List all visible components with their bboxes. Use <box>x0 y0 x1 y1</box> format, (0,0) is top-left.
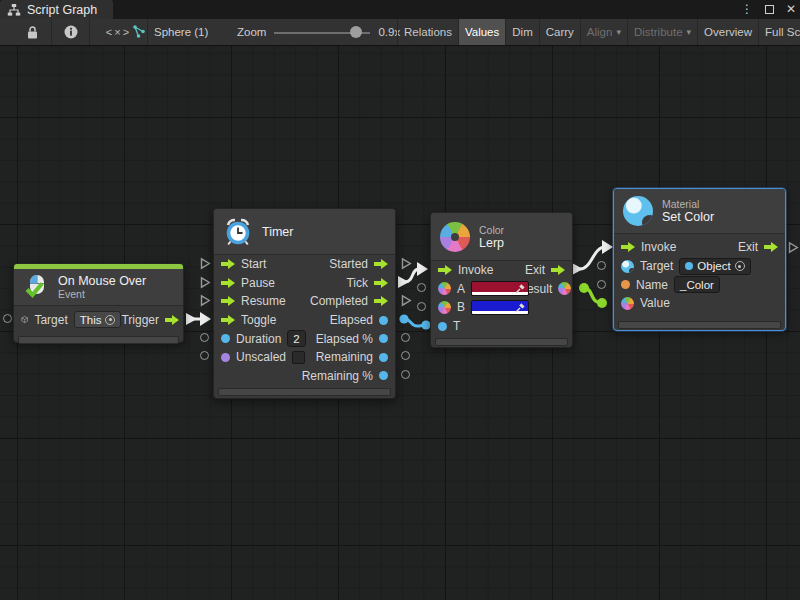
close-icon[interactable]: ✕ <box>786 0 796 19</box>
port-triangle[interactable] <box>401 294 412 307</box>
timer-row: Remaining % <box>214 367 395 386</box>
color-in-port[interactable] <box>621 297 634 310</box>
port-circle[interactable] <box>200 351 209 360</box>
carry-button[interactable]: Carry <box>540 19 581 45</box>
button-label: Relations <box>404 26 452 38</box>
unscaled-checkbox[interactable] <box>292 351 305 364</box>
node-on-mouse-over[interactable]: On Mouse Over Event Target This Trigge <box>13 263 184 343</box>
port-label: Target <box>640 259 673 273</box>
flow-in-port[interactable] <box>221 278 235 288</box>
port-circle[interactable] <box>401 370 410 379</box>
flow-in-port[interactable] <box>438 265 452 275</box>
tab-script-graph[interactable]: Script Graph <box>0 0 113 19</box>
node-header[interactable]: Material Set Color <box>614 189 785 234</box>
float-out-port[interactable] <box>379 353 388 362</box>
button-label: Carry <box>546 26 574 38</box>
port-circle[interactable] <box>597 280 606 289</box>
node-timer[interactable]: Timer Start Started Pause Tick <box>213 208 396 399</box>
flow-out-port[interactable] <box>374 259 388 269</box>
string-in-port[interactable] <box>621 280 630 289</box>
field-value: This <box>80 314 102 326</box>
float-out-port[interactable] <box>379 371 388 380</box>
flow-in-port[interactable] <box>221 259 235 269</box>
port-circle[interactable] <box>417 283 426 292</box>
code-icon: <×> <box>106 26 131 38</box>
color-wheel-icon <box>440 222 470 252</box>
eyedropper-icon[interactable] <box>513 282 527 294</box>
object-picker-icon[interactable] <box>105 315 115 325</box>
port-triangle[interactable] <box>200 257 211 270</box>
node-header[interactable]: Color Lerp <box>431 213 572 261</box>
flow-out-port[interactable] <box>374 296 388 306</box>
port-label: Target <box>34 313 67 327</box>
flow-out-port[interactable] <box>764 242 778 252</box>
float-in-port[interactable] <box>438 322 447 331</box>
bool-in-port[interactable] <box>221 353 230 362</box>
float-out-port[interactable] <box>379 316 388 325</box>
zoom-slider-handle[interactable] <box>350 26 362 38</box>
port-triangle[interactable] <box>200 294 211 307</box>
color-in-port[interactable] <box>438 301 451 314</box>
flow-in-port[interactable] <box>621 242 635 252</box>
port-circle[interactable] <box>597 261 606 270</box>
material-in-port[interactable] <box>621 260 634 273</box>
port-triangle[interactable] <box>401 257 412 270</box>
wire-elapsed-to-t[interactable] <box>399 314 430 329</box>
node-header[interactable]: Timer <box>214 209 395 255</box>
port-circle[interactable] <box>401 333 410 342</box>
values-button[interactable]: Values <box>459 19 506 45</box>
node-header[interactable]: On Mouse Over Event <box>14 269 183 306</box>
setcolor-row-name: Name _Color <box>614 275 785 294</box>
color-in-port[interactable] <box>438 282 451 295</box>
maximize-icon[interactable] <box>765 5 774 14</box>
zoom-slider[interactable] <box>274 19 370 45</box>
overview-button[interactable]: Overview <box>698 19 759 45</box>
port-triangle[interactable] <box>200 276 211 289</box>
port-triangle[interactable] <box>788 241 799 254</box>
graph-canvas[interactable]: On Mouse Over Event Target This Trigge <box>0 46 800 600</box>
button-label: Align <box>587 26 613 38</box>
float-out-port[interactable] <box>379 334 388 343</box>
color-b-swatch[interactable] <box>471 300 529 315</box>
menu-icon[interactable]: ⋮ <box>741 0 753 19</box>
lock-button[interactable] <box>14 19 52 45</box>
color-a-swatch[interactable] <box>471 281 529 296</box>
node-title: On Mouse Over <box>58 274 146 288</box>
flow-out-port[interactable] <box>551 265 565 275</box>
node-set-color[interactable]: Material Set Color Invoke Exit Target <box>613 188 786 331</box>
object-picker-icon[interactable] <box>735 261 745 271</box>
graph-pointer-icon <box>133 25 148 39</box>
zoom-control: Zoom 0.9x <box>237 19 400 45</box>
port-label: Start <box>241 257 266 271</box>
gameobject-cube-icon <box>21 313 28 326</box>
info-button[interactable] <box>52 19 90 45</box>
mouse-over-icon <box>23 274 49 300</box>
port-circle[interactable] <box>401 351 410 360</box>
port-circle[interactable] <box>200 333 209 342</box>
distribute-button[interactable]: Distribute ▾ <box>628 19 698 45</box>
object-dot-icon <box>685 262 693 270</box>
full-screen-button[interactable]: Full Screen <box>759 19 800 45</box>
dim-button[interactable]: Dim <box>506 19 539 45</box>
target-value-field[interactable]: This <box>74 311 122 328</box>
node-color-lerp[interactable]: Color Lerp Invoke Exit A Result <box>430 212 573 348</box>
port-circle[interactable] <box>3 314 12 323</box>
flow-out-port[interactable] <box>165 315 179 325</box>
relations-button[interactable]: Relations <box>398 19 459 45</box>
eyedropper-icon[interactable] <box>513 301 527 313</box>
float-in-port[interactable] <box>221 334 230 343</box>
setcolor-row-invoke: Invoke Exit <box>614 238 785 257</box>
port-circle[interactable] <box>417 302 426 311</box>
wire-exit-to-invoke[interactable] <box>572 240 613 275</box>
button-label: Dim <box>512 26 532 38</box>
color-out-port[interactable] <box>558 282 571 295</box>
align-button[interactable]: Align ▾ <box>581 19 628 45</box>
flow-in-port[interactable] <box>221 315 235 325</box>
wire-trigger-to-toggle[interactable] <box>186 312 211 326</box>
duration-field[interactable]: 2 <box>287 330 305 347</box>
field-value: Object <box>697 260 730 272</box>
flow-out-port[interactable] <box>374 278 388 288</box>
target-object-field[interactable]: Object <box>679 258 750 275</box>
name-field[interactable]: _Color <box>674 276 720 293</box>
flow-in-port[interactable] <box>221 296 235 306</box>
